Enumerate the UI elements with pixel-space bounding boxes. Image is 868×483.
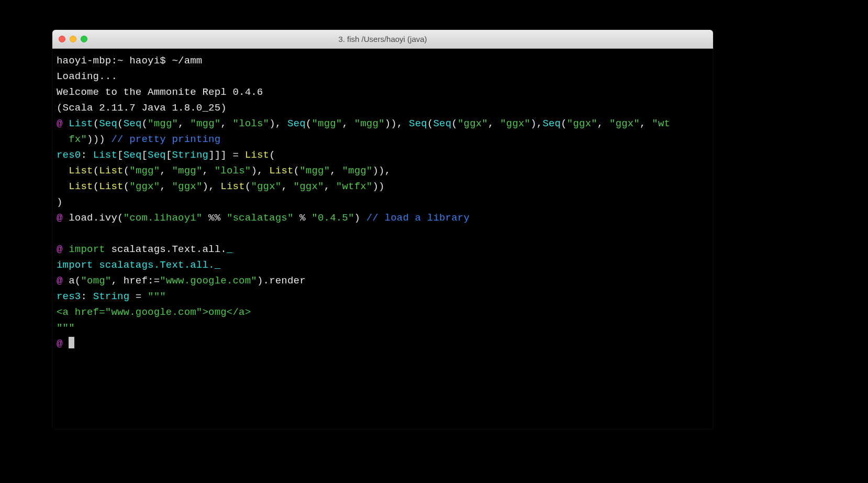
res3-header: res3: String = """ bbox=[57, 289, 709, 304]
repl-input-1: @ List(Seq(Seq("mgg", "mgg", "lols"), Se… bbox=[57, 116, 709, 131]
res0-line1: List(List("mgg", "mgg", "lols"), List("m… bbox=[57, 163, 709, 179]
welcome-line: Welcome to the Ammonite Repl 0.4.6 bbox=[57, 84, 709, 100]
version-line: (Scala 2.11.7 Java 1.8.0_25) bbox=[57, 100, 709, 116]
blank-line bbox=[57, 226, 709, 242]
repl-prompt-current[interactable]: @ bbox=[57, 336, 709, 352]
repl-input-3: @ import scalatags.Text.all._ bbox=[57, 242, 709, 257]
shell-prompt-line: haoyi-mbp:~ haoyi$ ~/amm bbox=[57, 53, 709, 69]
res3-html: <a href="www.google.com">omg</a> bbox=[57, 304, 709, 320]
terminal-window: 3. fish /Users/haoyi (java) haoyi-mbp:~ … bbox=[52, 30, 713, 429]
import-echo: import scalatags.Text.all._ bbox=[57, 257, 709, 273]
cursor-icon bbox=[69, 337, 74, 348]
res3-close: """ bbox=[57, 320, 709, 336]
repl-input-2: @ load.ivy("com.lihaoyi" %% "scalatags" … bbox=[57, 210, 709, 226]
res0-close: ) bbox=[57, 194, 709, 210]
close-button[interactable] bbox=[59, 36, 65, 42]
maximize-button[interactable] bbox=[81, 36, 87, 42]
repl-input-1-cont: fx"))) // pretty printing bbox=[57, 131, 709, 147]
res0-header: res0: List[Seq[Seq[String]]] = List( bbox=[57, 147, 709, 163]
loading-line: Loading... bbox=[57, 69, 709, 84]
repl-input-4: @ a("omg", href:="www.google.com").rende… bbox=[57, 273, 709, 289]
terminal-output[interactable]: haoyi-mbp:~ haoyi$ ~/amm Loading... Welc… bbox=[52, 49, 713, 356]
window-title: 3. fish /Users/haoyi (java) bbox=[59, 35, 707, 43]
minimize-button[interactable] bbox=[70, 36, 76, 42]
window-titlebar: 3. fish /Users/haoyi (java) bbox=[52, 30, 713, 49]
traffic-lights bbox=[59, 36, 87, 42]
res0-line2: List(List("ggx", "ggx"), List("ggx", "gg… bbox=[57, 179, 709, 194]
